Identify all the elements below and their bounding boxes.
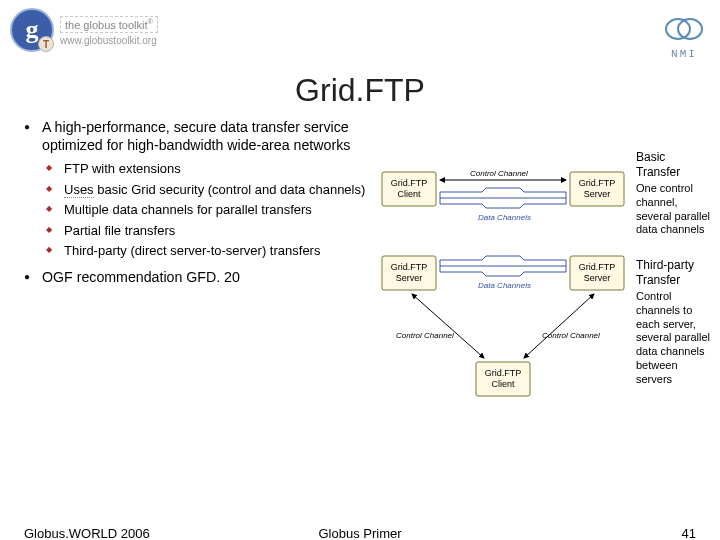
slide: gT the globus toolkit® www.globustoolkit… [0, 0, 720, 540]
toolkit-text: the globus toolkit® [60, 16, 158, 33]
svg-text:Grid.FTPServer: Grid.FTPServer [579, 262, 616, 283]
slide-title: Grid.FTP [0, 72, 720, 109]
footer-left: Globus.WORLD 2006 [24, 526, 150, 540]
control-channel-label-3: Control Channel [542, 331, 600, 340]
svg-line-14 [524, 294, 594, 358]
svg-text:Grid.FTPServer: Grid.FTPServer [391, 262, 428, 283]
sub-bullet-4: Partial file transfers [42, 223, 370, 240]
sub-bullet-5: Third-party (direct server-to-server) tr… [42, 243, 370, 260]
data-channels-label: Data Channels [478, 213, 531, 222]
footer-center: Globus Primer [318, 526, 401, 540]
svg-line-13 [412, 294, 484, 358]
nmi-label: NMI [664, 48, 704, 60]
bullet-1: A high-performance, secure data transfer… [24, 118, 370, 260]
bullet-body: A high-performance, secure data transfer… [24, 118, 370, 294]
control-channel-label-2: Control Channel [396, 331, 454, 340]
globus-toolkit-logo: gT the globus toolkit® www.globustoolkit… [10, 8, 158, 52]
toolkit-url: www.globustoolkit.org [60, 35, 158, 46]
footer-page-number: 41 [682, 526, 696, 540]
third-party-annotation: Third-party Transfer Control channels to… [636, 258, 712, 386]
sub-bullet-3: Multiple data channels for parallel tran… [42, 202, 370, 219]
box-server: Grid.FTPServer [579, 178, 616, 199]
basic-transfer-annotation: Basic Transfer One control channel, seve… [636, 150, 712, 237]
sub-bullet-1: FTP with extensions [42, 161, 370, 178]
sub-bullet-2: Uses basic Grid security (control and da… [42, 182, 370, 199]
bullet-2: OGF recommendation GFD. 20 [24, 268, 370, 286]
data-channels-label-2: Data Channels [478, 281, 531, 290]
control-channel-label: Control Channel [470, 169, 528, 178]
diagram-area: Grid.FTPClient Grid.FTPServer Control Ch… [378, 152, 708, 424]
header-logos: gT the globus toolkit® www.globustoolkit… [10, 8, 710, 72]
nmi-rings-icon [664, 14, 704, 44]
globus-badge-icon: gT [10, 8, 54, 52]
basic-transfer-diagram: Grid.FTPClient Grid.FTPServer Control Ch… [378, 152, 708, 230]
nmi-logo: NMI [664, 14, 704, 60]
third-party-diagram: Grid.FTPServer Grid.FTPServer Grid.FTPCl… [378, 252, 708, 402]
